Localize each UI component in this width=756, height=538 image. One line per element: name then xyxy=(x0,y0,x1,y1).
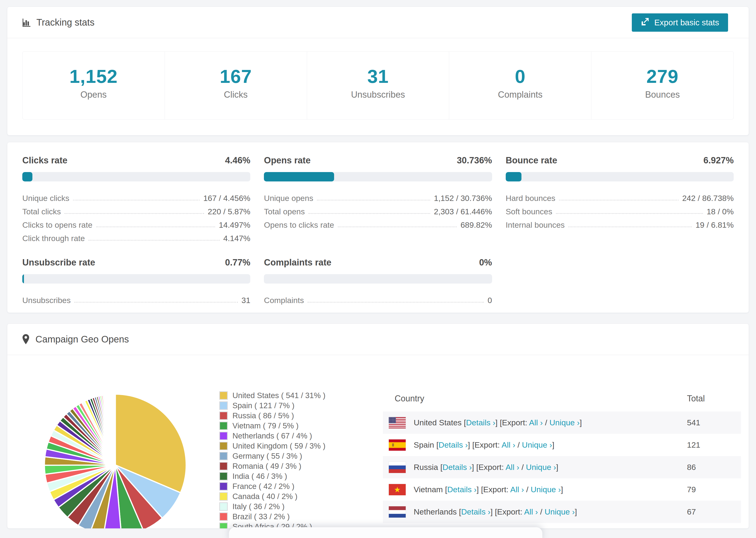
rate-detail-row: Hard bounces242 / 86.738% xyxy=(506,189,734,203)
vn-flag-icon: ★ xyxy=(389,484,406,495)
legend-swatch xyxy=(219,442,228,450)
geo-table-header: Country Total xyxy=(383,386,741,411)
geo-table-rows: United States [Details ›] [Export: All ›… xyxy=(383,411,741,529)
dotted-leader xyxy=(338,227,457,227)
tracking-stats-title-text: Tracking stats xyxy=(36,17,94,28)
legend-swatch xyxy=(219,432,228,440)
export-basic-stats-button[interactable]: Export basic stats xyxy=(632,13,728,32)
dotted-leader xyxy=(556,213,703,214)
geo-opens-header: Campaign Geo Opens xyxy=(7,324,749,355)
export-unique-link[interactable]: Unique › xyxy=(531,485,561,494)
rate-value: 4.46% xyxy=(225,155,250,166)
rate-detail-value: 2,303 / 61.446% xyxy=(434,207,492,216)
geo-table-row: ★Vietnam [Details ›] [Export: All › / Un… xyxy=(383,478,741,501)
export-button-label: Export basic stats xyxy=(654,18,719,27)
dotted-leader xyxy=(317,200,430,200)
rate-detail-label: Internal bounces xyxy=(506,220,565,230)
rate-detail-label: Opens to clicks rate xyxy=(264,220,334,230)
geo-table: Country Total United States [Details ›] … xyxy=(383,386,741,529)
geo-row-text: Netherlands [Details ›] [Export: All › /… xyxy=(414,507,687,516)
rate-detail-label: Unsubscribes xyxy=(22,296,71,305)
export-unique-link[interactable]: Unique › xyxy=(549,418,580,427)
geo-row-total: 541 xyxy=(687,418,741,427)
legend-label: Italy ( 36 / 2% ) xyxy=(233,502,285,511)
export-all-link[interactable]: All › xyxy=(510,485,524,494)
rate-detail-value: 167 / 4.456% xyxy=(203,194,250,203)
geo-row-total: 67 xyxy=(687,507,741,516)
stat-label: Clicks xyxy=(165,90,307,100)
rate-detail-row: Unique opens1,152 / 30.736% xyxy=(264,189,492,203)
rate-detail-value: 4.147% xyxy=(223,234,250,243)
geo-pie-chart xyxy=(40,388,190,529)
details-link[interactable]: Details › xyxy=(466,418,495,427)
rate-progressbar xyxy=(264,274,492,284)
legend-item: United Kingdom ( 59 / 3% ) xyxy=(219,441,325,451)
rate-block-heading: Clicks rate4.46% xyxy=(22,155,250,166)
rate-detail-label: Hard bounces xyxy=(506,194,556,203)
legend-label: Brazil ( 33 / 2% ) xyxy=(233,512,290,521)
stat-box-unsubscribes: 31Unsubscribes xyxy=(307,52,449,119)
tracking-stats-card: Tracking stats Export basic stats 1,152O… xyxy=(7,7,749,135)
export-all-link[interactable]: All › xyxy=(502,440,515,449)
stat-value: 279 xyxy=(591,66,733,87)
map-pin-icon xyxy=(21,334,30,345)
legend-swatch xyxy=(219,522,228,529)
legend-item: France ( 42 / 2% ) xyxy=(219,481,325,491)
rate-detail-label: Total opens xyxy=(264,207,305,216)
dotted-leader xyxy=(568,227,692,227)
export-unique-link[interactable]: Unique › xyxy=(544,507,575,516)
details-link[interactable]: Details › xyxy=(443,463,472,471)
export-label: [Export: xyxy=(500,418,529,427)
rate-title: Unsubscribe rate xyxy=(22,257,95,268)
rate-detail-row: Unique clicks167 / 4.456% xyxy=(22,189,250,203)
legend-label: France ( 42 / 2% ) xyxy=(233,482,295,491)
legend-item: Netherlands ( 67 / 4% ) xyxy=(219,431,325,441)
details-link[interactable]: Details › xyxy=(461,507,490,516)
rate-detail-label: Complaints xyxy=(264,296,304,305)
rate-progressbar-fill xyxy=(264,172,334,182)
legend-item: Brazil ( 33 / 2% ) xyxy=(219,511,325,521)
details-link[interactable]: Details › xyxy=(439,440,468,449)
dotted-leader xyxy=(88,240,220,241)
legend-label: Netherlands ( 67 / 4% ) xyxy=(233,431,312,440)
geo-row-total: 121 xyxy=(687,440,741,450)
export-all-link[interactable]: All › xyxy=(524,507,538,516)
stat-value: 0 xyxy=(449,66,591,87)
rate-progressbar-fill xyxy=(506,172,521,182)
rate-detail-rows: Unique clicks167 / 4.456%Total clicks220… xyxy=(22,189,250,243)
rate-progressbar xyxy=(22,172,250,182)
export-label: [Export: xyxy=(476,463,506,471)
details-link[interactable]: Details › xyxy=(447,485,477,494)
rate-detail-value: 1,152 / 30.736% xyxy=(434,194,492,203)
geo-opens-title: Campaign Geo Opens xyxy=(21,334,129,345)
rate-detail-value: 689.82% xyxy=(460,220,492,230)
geo-row-text: Spain [Details ›] [Export: All › / Uniqu… xyxy=(414,440,687,450)
stat-label: Unsubscribes xyxy=(307,90,449,100)
bottom-peek-panel xyxy=(229,527,542,538)
rate-detail-label: Clicks to opens rate xyxy=(22,220,92,230)
dotted-leader xyxy=(308,213,430,214)
rate-detail-value: 19 / 6.81% xyxy=(695,220,734,230)
stats-summary-row: 1,152Opens167Clicks31Unsubscribes0Compla… xyxy=(22,51,734,120)
legend-label: Vietnam ( 79 / 5% ) xyxy=(233,421,298,430)
rate-block-bounce: Bounce rate6.927%Hard bounces242 / 86.73… xyxy=(506,155,734,243)
tracking-stats-header: Tracking stats Export basic stats xyxy=(7,7,749,38)
dotted-leader xyxy=(75,302,238,302)
geo-pie-legend: United States ( 541 / 31% )Spain ( 121 /… xyxy=(219,390,325,529)
rate-progressbar xyxy=(506,172,734,182)
export-all-link[interactable]: All › xyxy=(529,418,543,427)
legend-swatch xyxy=(219,512,228,521)
stat-label: Opens xyxy=(23,90,165,100)
export-unique-link[interactable]: Unique › xyxy=(526,463,556,471)
geo-row-total: 86 xyxy=(687,463,741,472)
rate-block-opens: Opens rate30.736%Unique opens1,152 / 30.… xyxy=(264,155,492,243)
rate-block-complaints: Complaints rate0%Complaints0 xyxy=(264,257,492,305)
geo-country-name: Netherlands xyxy=(414,507,459,516)
export-label: [Export: xyxy=(495,507,524,516)
svg-text:★: ★ xyxy=(394,485,401,494)
export-all-link[interactable]: All › xyxy=(506,463,519,471)
rate-detail-value: 242 / 86.738% xyxy=(682,194,734,203)
rate-detail-label: Total clicks xyxy=(22,207,61,216)
export-unique-link[interactable]: Unique › xyxy=(522,440,552,449)
geo-opens-title-text: Campaign Geo Opens xyxy=(35,334,129,345)
